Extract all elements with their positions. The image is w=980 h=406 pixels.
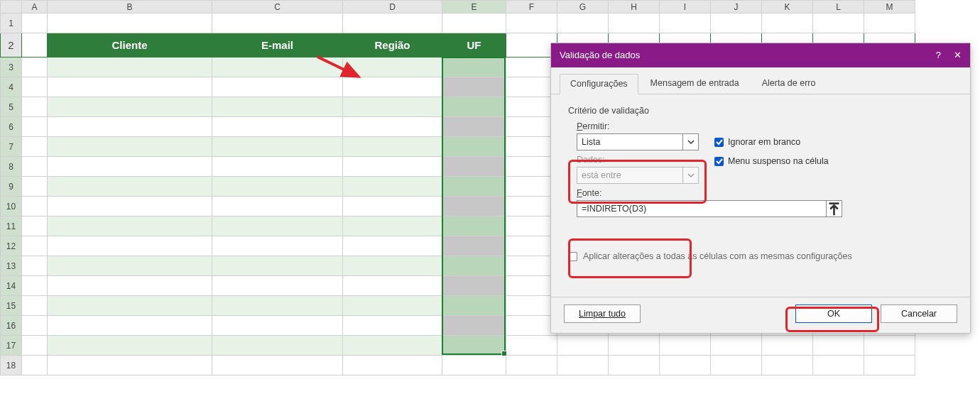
cell[interactable] (48, 77, 212, 97)
cell[interactable] (212, 336, 343, 356)
row-header[interactable]: 9 (1, 177, 22, 197)
cell[interactable] (506, 356, 557, 375)
row-header[interactable]: 18 (1, 356, 22, 375)
cell[interactable] (48, 197, 212, 216)
cell[interactable] (442, 117, 506, 137)
cell[interactable] (22, 256, 48, 276)
cell[interactable] (442, 157, 506, 177)
cell[interactable] (212, 276, 343, 296)
cell[interactable] (762, 356, 813, 375)
cell[interactable] (343, 276, 442, 296)
col-header-m[interactable]: M (864, 1, 915, 13)
cell[interactable] (442, 97, 506, 117)
ignore-blank-checkbox[interactable]: Ignorar em branco (714, 137, 800, 147)
cell[interactable] (22, 157, 48, 177)
cell[interactable] (609, 336, 660, 356)
cancel-button[interactable]: Cancelar (881, 304, 957, 323)
table-header-email[interactable]: E-mail (212, 33, 343, 57)
cell[interactable] (506, 77, 557, 97)
cell[interactable] (22, 336, 48, 356)
cell[interactable] (343, 77, 442, 97)
cell[interactable] (506, 117, 557, 137)
col-header-a[interactable]: A (22, 1, 48, 13)
cell[interactable] (22, 13, 48, 33)
cell[interactable] (343, 316, 442, 336)
row-header[interactable]: 8 (1, 157, 22, 177)
dropdown-cell-checkbox[interactable]: Menu suspenso na célula (714, 156, 829, 166)
range-picker-icon[interactable] (827, 200, 842, 217)
cell[interactable] (506, 316, 557, 336)
cell[interactable] (48, 336, 212, 356)
cell[interactable] (506, 216, 557, 236)
row-header[interactable]: 7 (1, 137, 22, 157)
cell[interactable] (22, 137, 48, 157)
cell[interactable] (442, 276, 506, 296)
cell[interactable] (212, 236, 343, 256)
cell[interactable] (22, 276, 48, 296)
cell[interactable] (22, 356, 48, 375)
cell[interactable] (711, 336, 762, 356)
cell[interactable] (48, 216, 212, 236)
cell[interactable] (48, 316, 212, 336)
cell[interactable] (48, 97, 212, 117)
cell[interactable] (506, 57, 557, 77)
cell[interactable] (506, 33, 557, 57)
dialog-titlebar[interactable]: Validação de dados ? ✕ (551, 43, 970, 67)
cell[interactable] (343, 137, 442, 157)
cell[interactable] (22, 316, 48, 336)
cell[interactable] (22, 216, 48, 236)
col-header-i[interactable]: I (660, 1, 711, 13)
row-header[interactable]: 2 (1, 33, 22, 57)
cell[interactable] (442, 177, 506, 197)
cell[interactable] (506, 336, 557, 356)
cell[interactable] (864, 13, 915, 33)
cell[interactable] (442, 336, 506, 356)
row-header[interactable]: 3 (1, 57, 22, 77)
cell[interactable] (442, 316, 506, 336)
cell[interactable] (343, 13, 442, 33)
col-header-k[interactable]: K (762, 1, 813, 13)
cell[interactable] (212, 117, 343, 137)
cell[interactable] (48, 13, 212, 33)
tab-input-message[interactable]: Mensagem de entrada (640, 73, 750, 94)
cell[interactable] (442, 13, 506, 33)
col-header-l[interactable]: L (813, 1, 864, 13)
cell[interactable] (711, 356, 762, 375)
row-header[interactable]: 11 (1, 216, 22, 236)
row-header[interactable]: 5 (1, 97, 22, 117)
cell[interactable] (506, 197, 557, 216)
cell[interactable] (212, 157, 343, 177)
cell[interactable] (48, 276, 212, 296)
col-header-h[interactable]: H (609, 1, 660, 13)
cell[interactable] (212, 177, 343, 197)
table-header-uf[interactable]: UF (442, 33, 506, 57)
cell[interactable] (506, 296, 557, 316)
col-header-c[interactable]: C (212, 1, 343, 13)
cell[interactable] (212, 137, 343, 157)
cell[interactable] (22, 77, 48, 97)
cell[interactable] (343, 97, 442, 117)
cell[interactable] (22, 296, 48, 316)
cell[interactable] (660, 336, 711, 356)
cell[interactable] (343, 336, 442, 356)
cell[interactable] (48, 256, 212, 276)
tab-error-alert[interactable]: Alerta de erro (751, 73, 827, 94)
cell[interactable] (212, 256, 343, 276)
cell[interactable] (22, 97, 48, 117)
cell[interactable] (813, 13, 864, 33)
cell[interactable] (660, 13, 711, 33)
cell[interactable] (442, 137, 506, 157)
table-header-cliente[interactable]: Cliente (48, 33, 212, 57)
cell[interactable] (22, 117, 48, 137)
cell[interactable] (212, 97, 343, 117)
cell[interactable] (343, 57, 442, 77)
cell[interactable] (506, 157, 557, 177)
cell[interactable] (813, 356, 864, 375)
source-input[interactable]: =INDIRETO(D3) (577, 200, 827, 217)
row-header[interactable]: 10 (1, 197, 22, 216)
clear-all-button[interactable]: Limpar tudo (564, 304, 641, 323)
cell[interactable] (343, 157, 442, 177)
cell[interactable] (557, 13, 609, 33)
col-header-f[interactable]: F (506, 1, 557, 13)
cell[interactable] (343, 356, 442, 375)
